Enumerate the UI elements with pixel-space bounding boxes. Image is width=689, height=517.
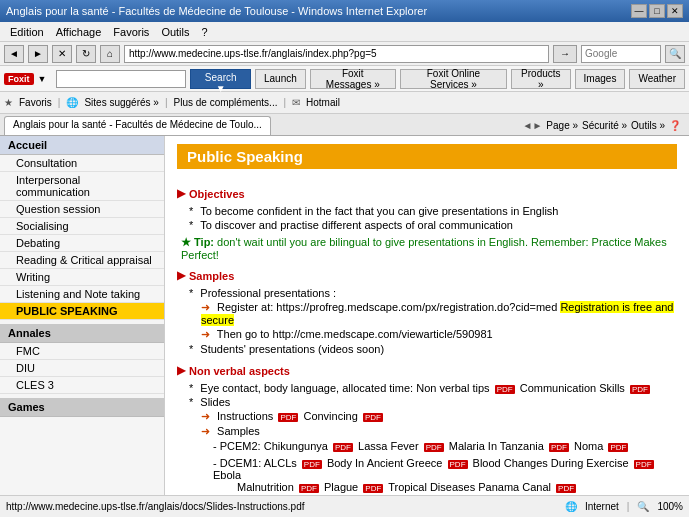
foxit-logo: Foxit (4, 73, 34, 85)
foxit-dropdown[interactable]: ▼ (38, 74, 47, 84)
triangle-icon-3: ▶ (177, 364, 185, 377)
zoom-icon: 🔍 (637, 501, 649, 512)
objectives-header: ▶ Objectives (177, 187, 677, 200)
pdf-icon-5: PDF (333, 443, 353, 452)
search-go-button[interactable]: 🔍 (665, 45, 685, 63)
pdf-icon-7: PDF (549, 443, 569, 452)
pdf-icon-11: PDF (634, 460, 654, 469)
main-layout: Accueil Consultation Interpersonal commu… (0, 136, 689, 495)
nonverbal-header: ▶ Non verbal aspects (177, 364, 677, 377)
forward-button[interactable]: ► (28, 45, 48, 63)
hotmail-link[interactable]: Hotmail (306, 97, 340, 108)
more-addons-link[interactable]: Plus de compléments... (174, 97, 278, 108)
objective-item-2: * To discover and practise different asp… (177, 218, 677, 232)
weather-button[interactable]: Weather (629, 69, 685, 89)
star-icon: ★ (4, 97, 13, 108)
nonverbal-item: * Eye contact, body language, allocated … (177, 381, 677, 395)
favoris-link[interactable]: Favoris (19, 97, 52, 108)
internet-zone-label: Internet (585, 501, 619, 512)
suggested-sites-link[interactable]: Sites suggérés » (84, 97, 159, 108)
zoom-level: 100% (657, 501, 683, 512)
products-button[interactable]: Products » (511, 69, 571, 89)
tools-button[interactable]: Outils » (631, 120, 665, 131)
menu-favoris[interactable]: Favoris (107, 25, 155, 39)
favorites-bar: ★ Favoris | 🌐 Sites suggérés » | Plus de… (0, 92, 689, 114)
tab-label: Anglais pour la santé - Facultés de Méde… (13, 119, 262, 130)
window-controls[interactable]: — □ ✕ (631, 4, 683, 18)
title-bar: Anglais pour la santé - Facultés de Méde… (0, 0, 689, 22)
sidebar-item-socialising[interactable]: Socialising (0, 218, 164, 235)
sidebar-item-debating[interactable]: Debating (0, 235, 164, 252)
nav-arrows[interactable]: ◄► (523, 120, 543, 131)
pdf-icon-8: PDF (608, 443, 628, 452)
menu-outils[interactable]: Outils (155, 25, 195, 39)
objectives-label: Objectives (189, 188, 245, 200)
menu-affichage[interactable]: Affichage (50, 25, 108, 39)
professional-presentations-label: * Professional presentations : (177, 286, 677, 300)
search-bar-input[interactable] (56, 70, 186, 88)
arrow-icon-1: ➜ (201, 301, 210, 313)
sidebar-header-annales[interactable]: Annales (0, 324, 164, 343)
pdf-icon-14: PDF (556, 484, 576, 493)
home-button[interactable]: ⌂ (100, 45, 120, 63)
students-presentations: * Students' presentations (videos soon) (177, 342, 677, 356)
pdf-icon-6: PDF (424, 443, 444, 452)
go-button[interactable]: → (553, 45, 577, 63)
menu-edition[interactable]: Edition (4, 25, 50, 39)
pdf-icon-10: PDF (448, 460, 468, 469)
foxit-online-button[interactable]: Foxit Online Services » (400, 69, 507, 89)
help-icon[interactable]: ❓ (669, 120, 681, 131)
pdf-icon-12: PDF (299, 484, 319, 493)
launch-button[interactable]: Launch (255, 69, 306, 89)
sidebar-header-games[interactable]: Games (0, 398, 164, 417)
browser-tab[interactable]: Anglais pour la santé - Facultés de Méde… (4, 116, 271, 135)
close-button[interactable]: ✕ (667, 4, 683, 18)
sites-icon: 🌐 (66, 97, 78, 108)
triangle-icon: ▶ (177, 187, 185, 200)
stop-button[interactable]: ✕ (52, 45, 72, 63)
sidebar-item-writing[interactable]: Writing (0, 269, 164, 286)
sidebar-item-fmc[interactable]: FMC (0, 343, 164, 360)
samples-header: ▶ Samples (177, 269, 677, 282)
maximize-button[interactable]: □ (649, 4, 665, 18)
back-button[interactable]: ◄ (4, 45, 24, 63)
nonverbal-label: Non verbal aspects (189, 365, 290, 377)
content-area: Public Speaking ▶ Objectives * To become… (165, 136, 689, 495)
security-button[interactable]: Sécurité » (582, 120, 627, 131)
separator: | (627, 501, 630, 512)
sidebar-header-accueil[interactable]: Accueil (0, 136, 164, 155)
status-right: 🌐 Internet | 🔍 100% (565, 501, 683, 512)
sidebar-item-question[interactable]: Question session (0, 201, 164, 218)
tip-line: ★ Tip: don't wait until you are bilingua… (177, 236, 677, 261)
images-button[interactable]: Images (575, 69, 626, 89)
slides-label: * Slides (177, 395, 677, 409)
sidebar-item-consultation[interactable]: Consultation (0, 155, 164, 172)
address-input[interactable] (124, 45, 549, 63)
page-button[interactable]: Page » (546, 120, 578, 131)
menu-bar: Edition Affichage Favoris Outils ? (0, 22, 689, 42)
pdf-icon-9: PDF (302, 460, 322, 469)
sidebar-item-cles3[interactable]: CLES 3 (0, 377, 164, 394)
search-button[interactable]: Search ▼ (190, 69, 251, 89)
menu-help[interactable]: ? (196, 25, 214, 39)
refresh-button[interactable]: ↻ (76, 45, 96, 63)
pdf-icon-13: PDF (363, 484, 383, 493)
goto-item: ➜ Then go to http://cme.medscape.com/vie… (177, 327, 677, 342)
minimize-button[interactable]: — (631, 4, 647, 18)
sidebar-item-interpersonal[interactable]: Interpersonal communication (0, 172, 164, 201)
objective-item-1: * To become confident in the fact that y… (177, 204, 677, 218)
search-input[interactable] (581, 45, 661, 63)
sidebar-item-reading[interactable]: Reading & Critical appraisal (0, 252, 164, 269)
page-title: Public Speaking (177, 144, 677, 169)
sidebar-item-diu[interactable]: DIU (0, 360, 164, 377)
samples-slides-label: ➜ Samples (177, 424, 677, 439)
dcem1-item: - DCEM1: ALCLs PDF Body In Ancient Greec… (177, 456, 677, 494)
sidebar-item-listening[interactable]: Listening and Note taking (0, 286, 164, 303)
status-bar: http://www.medecine.ups-tlse.fr/anglais/… (0, 495, 689, 517)
pdf-icon-1: PDF (495, 385, 515, 394)
register-item: ➜ Register at: https://profreg.medscape.… (177, 300, 677, 327)
arrow-icon-3: ➜ (201, 410, 210, 422)
status-url: http://www.medecine.ups-tlse.fr/anglais/… (6, 501, 304, 512)
foxit-messages-button[interactable]: Foxit Messages » (310, 69, 396, 89)
sidebar-item-public-speaking[interactable]: PUBLIC SPEAKING (0, 303, 164, 320)
